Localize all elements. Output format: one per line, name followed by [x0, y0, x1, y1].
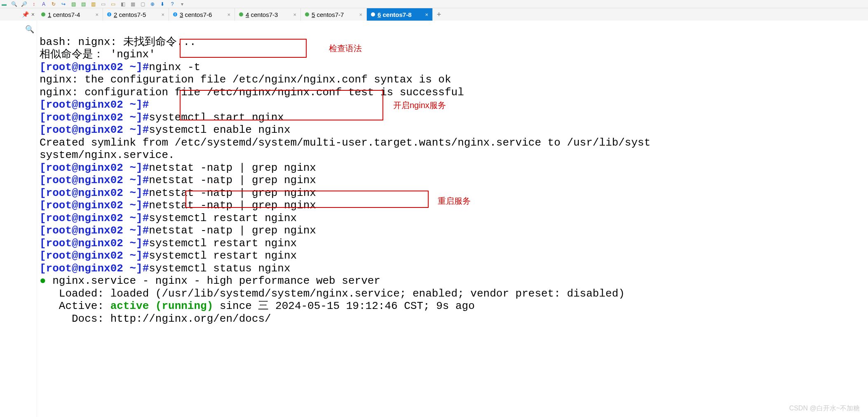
redo-icon[interactable]: ↪	[60, 1, 67, 7]
output-line: system/nginx.service.	[40, 149, 175, 161]
watermark: CSDN @白开水~不加糖	[789, 402, 860, 415]
close-tab-icon[interactable]: ×	[161, 12, 164, 18]
warn-dot-icon	[107, 12, 111, 16]
output-line: nginx: the configuration file /etc/nginx…	[40, 73, 451, 86]
folder-icon[interactable]: ▭	[100, 1, 106, 7]
close-panel-icon[interactable]: ×	[31, 11, 35, 18]
box-icon[interactable]: ▢	[139, 1, 146, 7]
output-line: Loaded: loaded (/usr/lib/systemd/system/…	[40, 287, 625, 300]
dropdown-icon[interactable]: ▾	[179, 1, 185, 7]
status-active: active (running)	[110, 300, 213, 312]
open-icon[interactable]: ▭	[110, 1, 116, 7]
command-text: netstat -natp | grep nginx	[149, 162, 316, 174]
pin-icon[interactable]: 📌	[22, 11, 29, 18]
annotation-start-service: 开启nginx服务	[393, 99, 446, 112]
status-dot-icon	[41, 12, 45, 16]
command-text: netstat -natp | grep nginx	[149, 224, 316, 237]
tab-centos7-7[interactable]: 5 centos7-7 ×	[301, 8, 367, 21]
side-controls: 📌 ×	[0, 8, 37, 21]
output-line: Docs: http://nginx.org/en/docs/	[40, 313, 271, 325]
tab-label: 4 centos7-3	[246, 11, 278, 18]
search-icon[interactable]: 🔍	[25, 25, 34, 34]
annotation-check-syntax: 检查语法	[329, 42, 362, 55]
tab-bar: 📌 × 1 centos7-4 × 2 centos7-5 × 3 centos…	[0, 8, 868, 21]
help-icon[interactable]: ?	[169, 1, 176, 7]
tab-label: 1 centos7-4	[48, 11, 80, 18]
bullet-icon: ●	[40, 275, 46, 287]
tab-centos7-6[interactable]: 3 centos7-6 ×	[169, 8, 235, 21]
content-area: 🔍 bash: nignx: 未找到命令... 相似命令是： 'nginx' […	[0, 21, 868, 417]
tab-centos7-8[interactable]: 6 centos7-8 ×	[367, 8, 433, 21]
highlight-box	[180, 39, 307, 58]
command-text: netstat -natp | grep nginx	[149, 174, 316, 186]
command-text: systemctl restart nginx	[149, 250, 297, 262]
grid-icon[interactable]: ▦	[129, 1, 136, 7]
tab-centos7-4[interactable]: 1 centos7-4 ×	[37, 8, 103, 21]
tab-centos7-3[interactable]: 4 centos7-3 ×	[235, 8, 301, 21]
status-dot-icon	[305, 12, 309, 16]
output-line: nginx.service - nginx - high performance…	[46, 275, 380, 287]
close-tab-icon[interactable]: ×	[293, 12, 296, 18]
refresh-icon[interactable]: ↻	[50, 1, 57, 7]
output-line: nginx: configuration file /etc/nginx/ngi…	[40, 86, 464, 99]
close-tab-icon[interactable]: ×	[227, 12, 230, 18]
tab-label: 3 centos7-6	[180, 11, 212, 18]
zoom-in-icon[interactable]: 🔍	[11, 1, 17, 7]
tab-label: 6 centos7-8	[378, 11, 412, 18]
font-icon[interactable]: A	[40, 1, 47, 7]
tab-centos7-5[interactable]: 2 centos7-5 ×	[103, 8, 169, 21]
paste-icon[interactable]: ▥	[90, 1, 96, 7]
status-dot-icon	[371, 12, 375, 16]
output-line: 相似命令是： 'nginx'	[40, 48, 155, 61]
toolbar-icon[interactable]: ▬	[1, 1, 7, 7]
terminal-output[interactable]: bash: nignx: 未找到命令... 相似命令是： 'nginx' [ro…	[37, 21, 868, 417]
command-text: systemctl restart nginx	[149, 212, 297, 224]
sort-icon[interactable]: ↕	[30, 1, 37, 7]
close-tab-icon[interactable]: ×	[95, 12, 99, 18]
panel-icon[interactable]: ◧	[120, 1, 126, 7]
command-text: systemctl status nginx	[149, 262, 290, 275]
command-text: nginx -t	[149, 61, 200, 73]
command-text: netstat -natp | grep nginx	[149, 199, 316, 212]
status-dot-icon	[239, 12, 243, 16]
command-text: systemctl restart nginx	[149, 237, 297, 250]
top-toolbar: ▬ 🔍 🔎 ↕ A ↻ ↪ ▧ ▤ ▥ ▭ ▭ ◧ ▦ ▢ ⊕ ⬇ ? ▾	[0, 0, 868, 8]
copy-icon[interactable]: ▤	[80, 1, 87, 7]
command-text: netstat -natp | grep nginx	[149, 187, 316, 199]
add-tab-button[interactable]: +	[433, 8, 445, 21]
output-line: bash: nignx: 未找到命令...	[40, 36, 196, 48]
close-tab-icon[interactable]: ×	[359, 12, 362, 18]
add-icon[interactable]: ⊕	[149, 1, 156, 7]
doc-icon[interactable]: ▧	[70, 1, 77, 7]
close-tab-icon[interactable]: ×	[425, 12, 428, 18]
command-text: systemctl start nginx	[149, 111, 284, 124]
warn-dot-icon	[173, 12, 177, 16]
output-line: Created symlink from /etc/systemd/system…	[40, 137, 650, 149]
tab-label: 5 centos7-7	[312, 11, 344, 18]
gutter: 🔍	[0, 21, 37, 417]
annotation-restart-service: 重启服务	[438, 195, 471, 207]
command-text: systemctl enable nginx	[149, 124, 290, 136]
tab-label: 2 centos7-5	[114, 11, 146, 18]
zoom-out-icon[interactable]: 🔎	[21, 1, 27, 7]
download-icon[interactable]: ⬇	[159, 1, 166, 7]
